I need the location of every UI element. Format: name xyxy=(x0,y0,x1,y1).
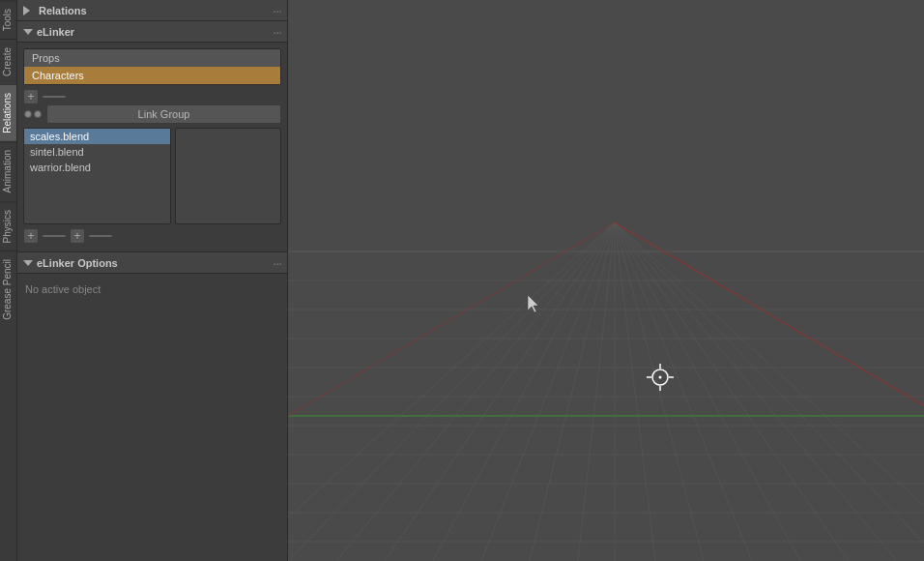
list-item-characters[interactable]: Characters xyxy=(24,67,280,84)
file-list-divider-left xyxy=(43,235,66,237)
file-item-scales[interactable]: scales.blend xyxy=(24,129,170,144)
file-list-divider-right xyxy=(89,235,112,237)
tab-grease-pencil[interactable]: Grease Pencil xyxy=(0,251,16,328)
link-circle-1 xyxy=(24,110,32,118)
viewport-grid xyxy=(288,0,924,561)
file-item-warrior[interactable]: warrior.blend xyxy=(24,160,170,175)
file-list-area: scales.blend sintel.blend warrior.blend xyxy=(23,128,281,224)
vertical-tabs: Tools Create Relations Animation Physics… xyxy=(0,0,17,561)
add-file-button[interactable]: + xyxy=(23,228,39,244)
group-list: Props Characters xyxy=(23,48,281,85)
elinker-title: eLinker xyxy=(37,26,74,38)
file-list-controls: + + xyxy=(23,226,281,246)
link-group-button[interactable]: Link Group xyxy=(46,104,281,124)
elinker-options-dots-icon[interactable]: ··· xyxy=(273,255,281,271)
tab-animation[interactable]: Animation xyxy=(0,141,16,200)
elinker-body: Props Characters + Link Group xyxy=(17,43,287,252)
elinker-options-header-left: eLinker Options xyxy=(23,257,118,269)
group-list-controls: + xyxy=(23,89,281,104)
relations-header: Relations ··· xyxy=(17,0,287,21)
relations-title: Relations xyxy=(39,5,87,16)
relations-collapse-icon[interactable] xyxy=(23,6,35,15)
link-group-row: Link Group xyxy=(23,104,281,124)
elinker-options-header: eLinker Options ··· xyxy=(17,252,287,274)
relations-header-left: Relations xyxy=(23,5,87,16)
add-file-button-right[interactable]: + xyxy=(70,228,85,244)
link-icon xyxy=(23,106,43,122)
elinker-options-icon[interactable]: ··· xyxy=(273,24,281,40)
tab-create[interactable]: Create xyxy=(0,39,16,84)
elinker-header: eLinker ··· xyxy=(17,21,287,43)
elinker-options-collapse-icon[interactable] xyxy=(23,260,33,266)
tab-relations[interactable]: Relations xyxy=(0,84,16,141)
elinker-collapse-icon[interactable] xyxy=(23,29,33,35)
link-circle-2 xyxy=(34,110,42,118)
no-active-label: No active object xyxy=(23,280,281,299)
group-list-divider xyxy=(43,96,66,98)
elinker-options-body: No active object xyxy=(17,274,287,305)
list-item-props[interactable]: Props xyxy=(24,49,280,67)
svg-point-38 xyxy=(659,376,662,379)
relations-options-icon[interactable]: ··· xyxy=(273,3,281,18)
left-panel: Relations ··· eLinker ··· Props Characte… xyxy=(17,0,288,561)
add-group-button[interactable]: + xyxy=(23,89,39,104)
elinker-options-title: eLinker Options xyxy=(37,257,118,269)
tab-tools[interactable]: Tools xyxy=(0,0,16,39)
elinker-header-left: eLinker xyxy=(23,26,74,38)
viewport[interactable]: User Persp xyxy=(288,0,924,561)
tab-physics[interactable]: Physics xyxy=(0,201,16,251)
file-list-right xyxy=(175,128,281,224)
file-list-left: scales.blend sintel.blend warrior.blend xyxy=(23,128,171,224)
link-circles xyxy=(24,110,42,118)
file-item-sintel[interactable]: sintel.blend xyxy=(24,144,170,160)
